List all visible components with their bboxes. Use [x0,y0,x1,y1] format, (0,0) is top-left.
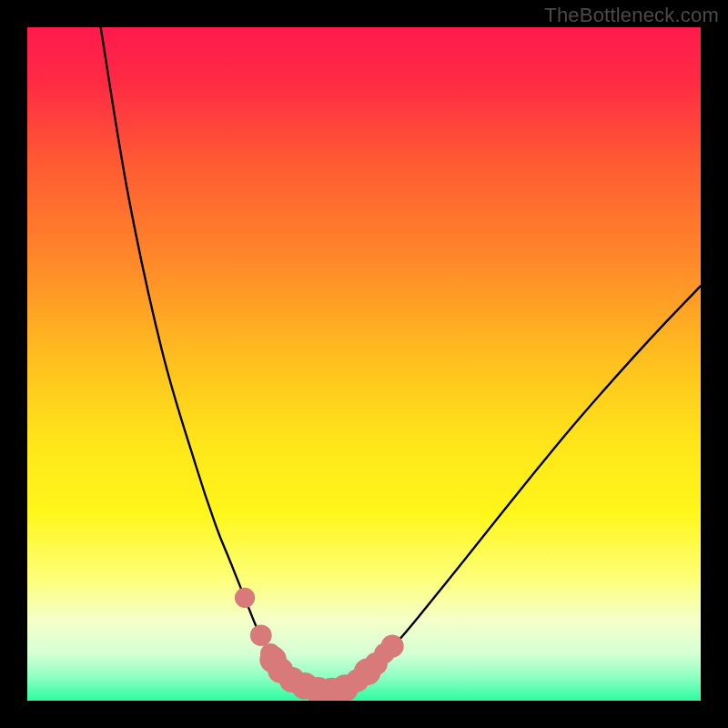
gradient-background [27,27,701,701]
curve-marker [235,588,255,608]
bottleneck-chart [27,27,701,701]
curve-marker [250,624,272,646]
watermark-text: TheBottleneck.com [544,4,719,27]
curve-marker [381,634,404,657]
plot-area [27,27,701,701]
chart-frame: TheBottleneck.com [0,0,728,728]
